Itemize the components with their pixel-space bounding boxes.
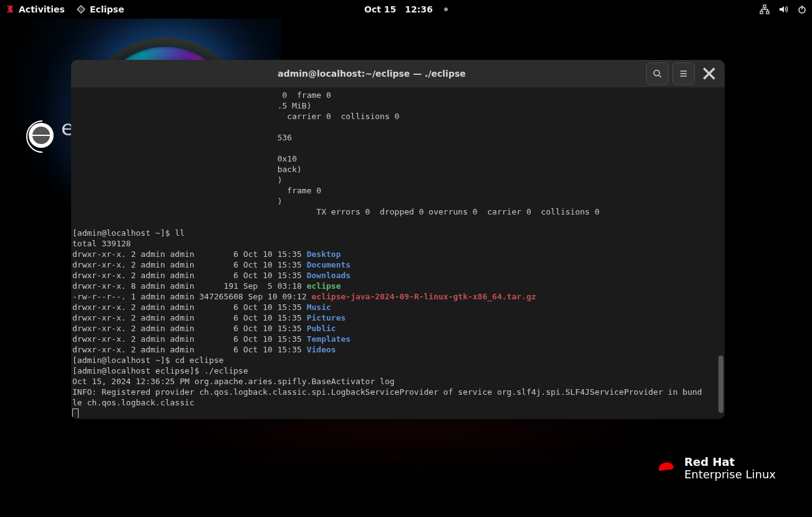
terminal-scroll-thumb[interactable]: [718, 355, 723, 413]
distro-icon: [5, 4, 15, 14]
terminal-close-button[interactable]: [698, 63, 720, 84]
terminal-scrollbar[interactable]: [717, 87, 723, 419]
volume-icon[interactable]: [778, 4, 788, 14]
network-icon[interactable]: [760, 4, 770, 14]
rhel-line1: Red Hat: [684, 456, 776, 468]
redhat-icon: [655, 459, 677, 478]
activities-button[interactable]: Activities: [5, 4, 65, 14]
notification-dot-icon: [444, 7, 448, 11]
power-icon[interactable]: [797, 4, 807, 14]
svg-rect-0: [763, 5, 766, 7]
svg-rect-1: [760, 11, 763, 14]
terminal-body[interactable]: 0 frame 0 .5 MiB) carrier 0 collisions 0: [71, 87, 725, 419]
clock-button[interactable]: Oct 15 12:36: [364, 4, 433, 14]
date-label: Oct 15: [364, 4, 396, 14]
terminal-output: 0 frame 0 .5 MiB) carrier 0 collisions 0: [72, 90, 716, 418]
terminal-search-button[interactable]: [646, 62, 669, 85]
terminal-window: admin@localhost:~/eclipse — ./eclipse 0 …: [71, 60, 725, 419]
active-app-button[interactable]: Eclipse: [76, 4, 124, 14]
terminal-title: admin@localhost:~/eclipse — ./eclipse: [101, 69, 642, 79]
rhel-watermark: Red Hat Enterprise Linux: [655, 456, 776, 481]
terminal-menu-button[interactable]: [672, 62, 695, 85]
eclipse-icon: [76, 4, 86, 14]
svg-point-4: [654, 70, 660, 76]
eclipse-logo-mark-icon: [29, 123, 54, 148]
rhel-line2: Enterprise Linux: [684, 468, 776, 481]
terminal-titlebar[interactable]: admin@localhost:~/eclipse — ./eclipse: [71, 60, 725, 87]
gnome-top-bar: Activities Eclipse Oct 15 12:36: [0, 0, 812, 19]
svg-rect-2: [766, 11, 769, 14]
active-app-label: Eclipse: [90, 4, 124, 14]
activities-label: Activities: [19, 4, 65, 14]
time-label: 12:36: [405, 4, 433, 14]
